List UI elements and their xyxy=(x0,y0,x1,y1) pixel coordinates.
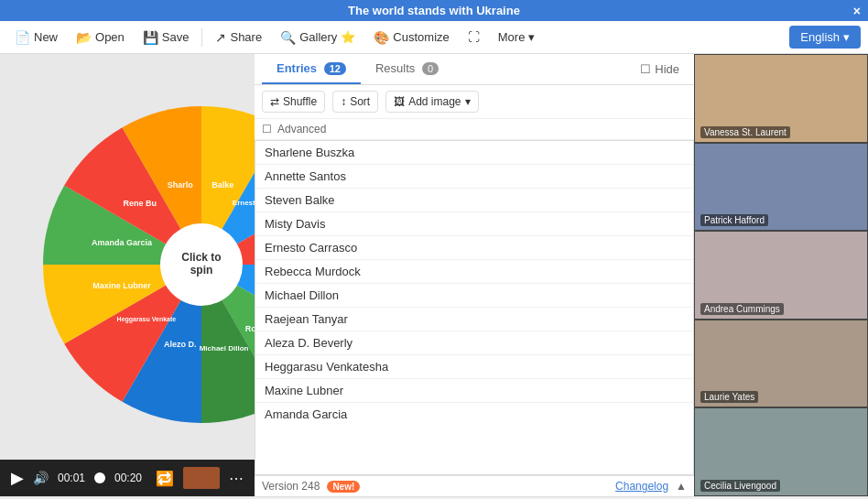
chevron-icon: ▲ xyxy=(676,480,687,493)
shuffle-icon: ⇄ xyxy=(270,95,279,108)
list-item[interactable]: Misty Davis xyxy=(255,212,693,236)
list-item[interactable]: Ernesto Carrasco xyxy=(255,236,693,260)
language-button[interactable]: English ▾ xyxy=(789,26,861,49)
open-button[interactable]: 📂 Open xyxy=(69,27,132,49)
list-item[interactable]: Heggarasu Venkatesha xyxy=(255,355,693,379)
label-5: Maxine Lubner xyxy=(92,281,151,290)
label-1: Ron Tonya xyxy=(245,324,255,333)
wheel-container[interactable]: Beverly Ron Tonya Michael Dillon Alezo D… xyxy=(18,81,255,448)
banner-close-button[interactable]: × xyxy=(853,4,861,18)
sort-icon: ↕ xyxy=(341,95,346,108)
chevron-down-icon: ▾ xyxy=(465,95,471,108)
participants-panel: Vanessa St. LaurentPatrick HaffordAndrea… xyxy=(694,54,868,496)
customize-icon: 🎨 xyxy=(374,30,389,45)
main-area: Beverly Ron Tonya Michael Dillon Alezo D… xyxy=(0,54,868,496)
list-item[interactable]: Rebecca Murdock xyxy=(255,260,693,284)
label-6: Amanda Garcia xyxy=(92,238,153,247)
version-bar: Version 248 New! Changelog ▲ xyxy=(255,475,694,496)
share-icon: ↗ xyxy=(215,30,226,45)
version-label: Version 248 xyxy=(262,480,320,493)
volume-button[interactable]: 🔊 xyxy=(33,471,49,485)
gallery-icon: 🔍 xyxy=(280,30,296,45)
save-button[interactable]: 💾 Save xyxy=(136,27,197,49)
new-icon: 📄 xyxy=(15,30,30,45)
list-item[interactable]: Annette Santos xyxy=(255,165,693,189)
image-icon: 🖼 xyxy=(394,95,405,108)
thumbnail-button[interactable] xyxy=(183,467,220,489)
customize-button[interactable]: 🎨 Customize xyxy=(366,27,456,49)
label-9: Balke xyxy=(212,180,233,190)
entries-badge: 12 xyxy=(324,62,346,75)
play-button[interactable]: ▶ xyxy=(11,468,24,488)
new-badge: New! xyxy=(327,481,360,493)
video-controls: ▶ 🔊 00:01 00:20 🔁 ⋯ xyxy=(0,460,255,496)
participant-card: Cecilia Livengood xyxy=(694,407,868,496)
toolbar: 📄 New 📂 Open 💾 Save ↗ Share 🔍 Gallery ⭐ … xyxy=(0,21,868,54)
label-7: Rene Bu xyxy=(124,199,157,208)
fullscreen-button[interactable]: ⛶ xyxy=(461,27,487,48)
list-item[interactable]: Amanda Garcia xyxy=(255,403,693,426)
loop-button[interactable]: 🔁 xyxy=(156,470,174,487)
participant-name: Andrea Cummings xyxy=(700,303,784,315)
total-time: 00:20 xyxy=(114,472,146,484)
participant-name: Laurie Yates xyxy=(700,391,758,403)
list-item[interactable]: Raejean Tanyar xyxy=(255,308,693,331)
more-button[interactable]: More ▾ xyxy=(491,27,543,48)
label-4: Heggarasu Venkate xyxy=(117,316,177,323)
label-2: Michael Dillon xyxy=(200,344,249,353)
video-more-button[interactable]: ⋯ xyxy=(229,470,244,487)
list-item[interactable]: Maxine Lubner xyxy=(255,379,693,403)
add-image-button[interactable]: 🖼 Add image ▾ xyxy=(385,91,478,113)
star-icon: ⭐ xyxy=(341,30,355,44)
fullscreen-icon: ⛶ xyxy=(468,30,480,44)
participant-name: Vanessa St. Laurent xyxy=(700,126,790,138)
save-icon: 💾 xyxy=(143,30,158,45)
entries-panel: Entries 12 Results 0 ☐ Hide ⇄ Shuffle ↕ … xyxy=(255,54,694,496)
entries-list: Sharlene BuszkaAnnette SantosSteven Balk… xyxy=(255,140,694,475)
list-item[interactable]: Steven Balke xyxy=(255,189,693,212)
tab-entries[interactable]: Entries 12 xyxy=(262,54,361,84)
participant-card: Andrea Cummings xyxy=(694,231,868,320)
advanced-row: ☐ Advanced xyxy=(255,119,694,140)
current-time: 00:01 xyxy=(58,472,90,484)
wheel-svg[interactable]: Beverly Ron Tonya Michael Dillon Alezo D… xyxy=(18,81,255,448)
ukraine-banner: The world stands with Ukraine × xyxy=(0,0,868,21)
progress-thumb xyxy=(94,472,105,483)
participant-name: Patrick Hafford xyxy=(700,214,768,226)
share-button[interactable]: ↗ Share xyxy=(208,27,269,49)
entries-controls: ⇄ Shuffle ↕ Sort 🖼 Add image ▾ xyxy=(255,85,694,119)
list-item[interactable]: Michael Dillon xyxy=(255,284,693,308)
chevron-down-icon: ▾ xyxy=(843,30,850,44)
changelog-link[interactable]: Changelog xyxy=(615,480,668,493)
chevron-down-icon: ▾ xyxy=(528,30,535,44)
label-8: Sharlo xyxy=(168,180,194,190)
hide-button[interactable]: ☐ Hide xyxy=(633,54,687,84)
tabs: Entries 12 Results 0 ☐ Hide xyxy=(255,54,694,85)
spin-text[interactable]: Click to xyxy=(181,251,221,264)
participant-card: Laurie Yates xyxy=(694,320,868,408)
gallery-button[interactable]: 🔍 Gallery ⭐ xyxy=(273,27,363,49)
advanced-checkbox[interactable]: ☐ xyxy=(262,123,272,136)
label-3: Alezo D. xyxy=(164,340,197,349)
banner-text: The world stands with Ukraine xyxy=(348,4,520,17)
checkbox-icon: ☐ xyxy=(640,62,651,76)
open-icon: 📂 xyxy=(76,30,92,45)
label-10: Ernesto Carrasco xyxy=(233,199,255,207)
separator-1 xyxy=(201,28,202,47)
wheel-section: Beverly Ron Tonya Michael Dillon Alezo D… xyxy=(0,54,255,496)
new-button[interactable]: 📄 New xyxy=(7,27,65,49)
spin-text2[interactable]: spin xyxy=(190,264,213,277)
sort-button[interactable]: ↕ Sort xyxy=(332,91,378,113)
participant-name: Cecilia Livengood xyxy=(700,480,780,492)
participant-card: Vanessa St. Laurent xyxy=(694,54,868,143)
shuffle-button[interactable]: ⇄ Shuffle xyxy=(262,91,325,113)
list-item[interactable]: Sharlene Buszka xyxy=(255,141,693,165)
results-badge: 0 xyxy=(422,62,439,75)
tab-results[interactable]: Results 0 xyxy=(361,54,453,84)
participant-card: Patrick Hafford xyxy=(694,143,868,232)
progress-bar[interactable] xyxy=(99,476,105,480)
list-item[interactable]: Aleza D. Beverly xyxy=(255,331,693,355)
